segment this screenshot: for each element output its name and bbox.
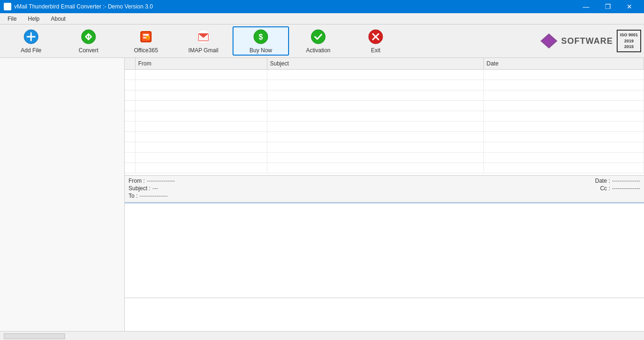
toolbar: Add File Convert 3 Office365 <box>0 24 644 58</box>
convert-label: Convert <box>79 47 98 54</box>
preview-subject-row: Subject : --- <box>129 185 158 192</box>
preview-area: From : --------------- Date : ----------… <box>125 176 644 331</box>
imap-icon <box>195 28 212 45</box>
minimize-button[interactable]: — <box>575 0 597 13</box>
preview-body <box>125 203 644 298</box>
to-value: --------------- <box>139 193 168 199</box>
activation-label: Activation <box>306 47 330 54</box>
table-row[interactable] <box>125 69 644 80</box>
exit-label: Exit <box>371 47 380 54</box>
preview-date-row: Date : --------------- <box>595 178 640 184</box>
preview-header-row-1: From : --------------- Date : ----------… <box>129 178 640 184</box>
email-list-area[interactable]: From Subject Date <box>125 58 644 176</box>
table-row[interactable] <box>125 111 644 121</box>
convert-button[interactable]: Convert <box>60 26 117 56</box>
status-bar <box>0 331 644 340</box>
col-header-date: Date <box>483 58 644 69</box>
subject-value: --- <box>153 185 158 192</box>
preview-attachment-area <box>125 298 644 331</box>
table-row[interactable] <box>125 162 644 173</box>
table-row[interactable] <box>125 152 644 162</box>
date-value: --------------- <box>612 178 640 184</box>
app-icon <box>4 3 11 10</box>
title-bar-left: vMail Thunderbird Email Converter :- Dem… <box>4 3 153 10</box>
buy-now-label: Buy Now <box>250 47 272 54</box>
brand-logo: SOFTWARE <box>539 32 613 49</box>
brand-software-text: SOFTWARE <box>561 36 613 46</box>
iso-line2: 2019 <box>620 38 638 44</box>
iso-line1: ISO 9001 <box>620 32 638 38</box>
add-file-button[interactable]: Add File <box>3 26 59 56</box>
close-button[interactable]: ✕ <box>619 0 640 13</box>
imap-gmail-button[interactable]: IMAP Gmail <box>175 26 232 56</box>
maximize-button[interactable]: ❐ <box>597 0 619 13</box>
table-row[interactable] <box>125 142 644 152</box>
table-row[interactable] <box>125 100 644 111</box>
table-row[interactable] <box>125 121 644 131</box>
title-bar: vMail Thunderbird Email Converter :- Dem… <box>0 0 644 13</box>
right-panel: From Subject Date <box>125 58 644 331</box>
preview-from-row: From : --------------- <box>129 178 175 184</box>
title-bar-controls: — ❐ ✕ <box>575 0 640 13</box>
preview-cc-row: Cc : --------------- <box>600 185 640 192</box>
cc-value: --------------- <box>612 185 640 192</box>
table-row[interactable] <box>125 90 644 100</box>
to-label: To : <box>129 193 137 199</box>
col-header-checkbox <box>125 58 135 69</box>
col-header-from: From <box>135 58 267 69</box>
exit-button[interactable]: Exit <box>347 26 404 56</box>
add-file-label: Add File <box>21 47 41 54</box>
iso-badge: ISO 9001 2019 2015 <box>617 30 641 52</box>
activation-button[interactable]: Activation <box>290 26 346 56</box>
buy-now-button[interactable]: $ Buy Now <box>233 26 289 56</box>
cc-label: Cc : <box>600 185 610 192</box>
menu-about[interactable]: About <box>45 15 71 23</box>
status-progress-bar <box>4 333 65 339</box>
svg-text:3: 3 <box>147 36 149 40</box>
brand-diamond-icon <box>539 32 559 49</box>
imap-gmail-label: IMAP Gmail <box>188 47 218 54</box>
table-row[interactable] <box>125 80 644 90</box>
activation-icon <box>310 28 327 45</box>
email-table-body <box>125 69 644 173</box>
svg-marker-18 <box>542 35 555 47</box>
office365-label: Office365 <box>134 47 158 54</box>
office365-button[interactable]: 3 Office365 <box>118 26 174 56</box>
col-header-subject: Subject <box>267 58 483 69</box>
from-value: --------------- <box>147 178 175 184</box>
email-table: From Subject Date <box>125 58 644 173</box>
office365-icon: 3 <box>137 28 154 45</box>
title-bar-title: vMail Thunderbird Email Converter :- Dem… <box>14 3 153 10</box>
table-header-row: From Subject Date <box>125 58 644 69</box>
svg-point-13 <box>311 30 325 44</box>
subject-label: Subject : <box>129 185 151 192</box>
table-row[interactable] <box>125 131 644 142</box>
date-label: Date : <box>595 178 610 184</box>
preview-to-row: To : --------------- <box>129 193 168 199</box>
add-file-icon <box>23 28 40 45</box>
left-panel <box>0 58 125 331</box>
menu-file[interactable]: File <box>2 15 22 23</box>
toolbar-brand: SOFTWARE ISO 9001 2019 2015 <box>539 30 641 52</box>
preview-header: From : --------------- Date : ----------… <box>125 176 644 202</box>
preview-header-row-2: Subject : --- Cc : --------------- <box>129 185 640 192</box>
preview-header-row-3: To : --------------- <box>129 193 640 199</box>
menu-help[interactable]: Help <box>22 15 45 23</box>
svg-text:$: $ <box>259 33 263 41</box>
exit-icon <box>367 28 384 45</box>
iso-line3: 2015 <box>620 44 638 50</box>
menu-bar: File Help About <box>0 13 644 24</box>
main-content: From Subject Date <box>0 58 644 331</box>
from-label: From : <box>129 178 145 184</box>
buy-icon: $ <box>252 28 269 45</box>
convert-icon <box>80 28 97 45</box>
